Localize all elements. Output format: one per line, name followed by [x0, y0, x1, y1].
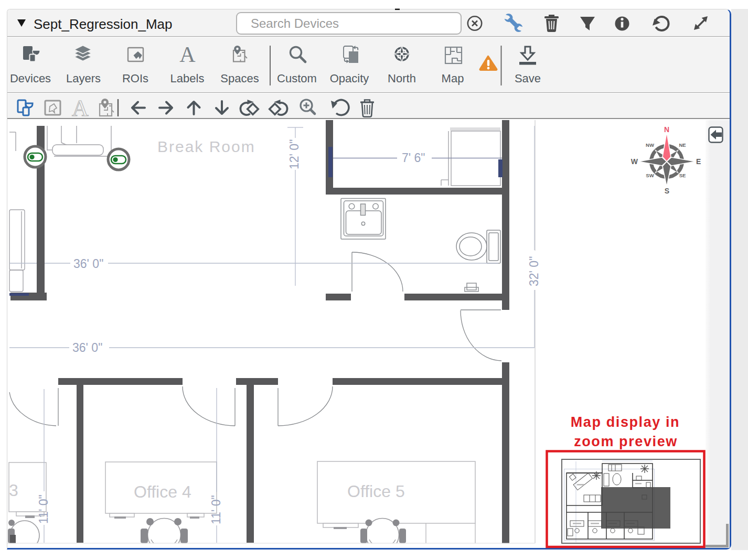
svg-text:7' 6": 7' 6": [402, 151, 425, 165]
svg-text:12' 0": 12' 0": [287, 139, 301, 169]
svg-text:Break Room: Break Room: [157, 138, 255, 155]
svg-text:Office 4: Office 4: [134, 482, 191, 501]
svg-text:Office 5: Office 5: [347, 482, 405, 501]
svg-text:A: A: [179, 42, 196, 67]
svg-text:A: A: [72, 95, 89, 121]
svg-text:NE: NE: [679, 142, 686, 148]
svg-text:S: S: [665, 187, 669, 195]
svg-text:NW: NW: [646, 142, 654, 148]
svg-text:SW: SW: [646, 173, 654, 178]
svg-text:SE: SE: [679, 173, 686, 178]
svg-text:32' 0": 32' 0": [527, 256, 541, 286]
svg-text:E: E: [696, 157, 701, 166]
svg-text:36' 0": 36' 0": [72, 341, 102, 354]
svg-text:11' 0": 11' 0": [209, 495, 223, 524]
svg-text:11' 0": 11' 0": [37, 494, 50, 524]
svg-text:3: 3: [9, 481, 18, 500]
svg-text:N: N: [664, 125, 669, 134]
svg-text:W: W: [631, 157, 638, 166]
svg-text:36' 0": 36' 0": [73, 257, 103, 271]
